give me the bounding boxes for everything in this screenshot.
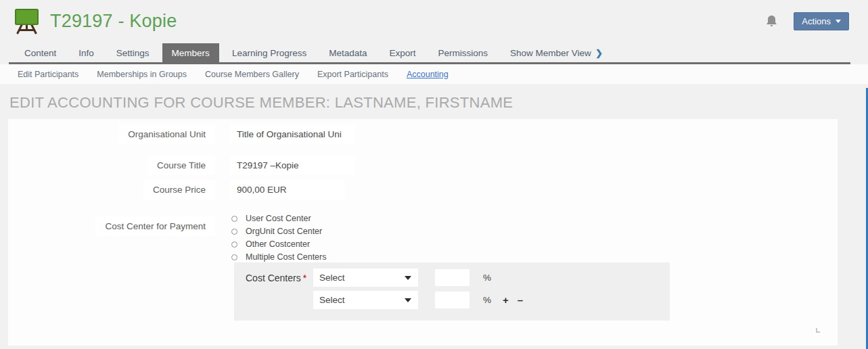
tab-show-member-view-label: Show Member View bbox=[510, 48, 591, 58]
percent-input-1[interactable] bbox=[435, 269, 470, 286]
caret-down-icon bbox=[405, 276, 411, 280]
percent-sign: % bbox=[483, 273, 491, 283]
add-cost-center-button[interactable]: + bbox=[503, 294, 509, 306]
members-subtabbar: Edit Participants Memberships in Groups … bbox=[0, 64, 868, 84]
select-value: Select bbox=[319, 295, 345, 305]
actions-button-label: Actions bbox=[802, 16, 831, 26]
tab-learning-progress[interactable]: Learning Progress bbox=[223, 43, 316, 62]
radio-orgunit-cost-center[interactable]: OrgUnit Cost Center bbox=[230, 227, 327, 236]
notification-bell-icon[interactable] bbox=[766, 15, 777, 28]
organisational-unit-value: Title of Organisational Uni bbox=[230, 124, 355, 144]
radio-multiple-cost-centers[interactable]: Multiple Cost Centers bbox=[230, 252, 327, 262]
tab-metadata[interactable]: Metadata bbox=[319, 43, 376, 62]
tab-export[interactable]: Export bbox=[380, 43, 426, 62]
subtab-accounting[interactable]: Accounting bbox=[407, 70, 449, 79]
radio-user-cost-center[interactable]: User Cost Center bbox=[230, 214, 327, 223]
caret-down-icon bbox=[836, 20, 841, 23]
cost-centers-label: Cost Centers bbox=[246, 273, 301, 283]
subtab-edit-participants[interactable]: Edit Participants bbox=[18, 70, 78, 79]
required-asterisk: * bbox=[303, 273, 306, 283]
radio-label: Multiple Cost Centers bbox=[246, 252, 327, 262]
radio-circle-icon bbox=[231, 254, 237, 260]
radio-label: OrgUnit Cost Center bbox=[246, 227, 322, 236]
page-heading: EDIT ACCOUNTING FOR COURSE MEMBER: LASTN… bbox=[9, 94, 513, 112]
radio-label: User Cost Center bbox=[246, 214, 311, 223]
tab-info[interactable]: Info bbox=[69, 43, 104, 62]
corner-artifact-mark bbox=[816, 328, 820, 333]
tab-show-member-view[interactable]: Show Member View❯ bbox=[501, 43, 612, 62]
organisational-unit-label: Organisational Unit bbox=[118, 124, 215, 144]
cost-center-row-2: Select % + – bbox=[234, 291, 670, 309]
form-row-cost-center: Cost Center for Payment User Cost Center… bbox=[8, 212, 327, 265]
tab-permissions[interactable]: Permissions bbox=[429, 43, 498, 62]
main-tabbar: Content Info Settings Members Learning P… bbox=[0, 42, 868, 64]
page-header: T29197 - Kopie Actions bbox=[0, 0, 868, 42]
cost-center-select-1[interactable]: Select bbox=[313, 269, 418, 287]
course-price-value: 900,00 EUR bbox=[230, 180, 345, 200]
accounting-form: Organisational Unit Title of Organisatio… bbox=[8, 119, 838, 346]
header-actions: Actions bbox=[766, 12, 849, 30]
tab-members[interactable]: Members bbox=[162, 43, 219, 62]
cost-centers-panel: Cost Centers* Select % Select % + – bbox=[234, 262, 670, 321]
cost-center-row-1: Cost Centers* Select % bbox=[234, 269, 670, 287]
tab-content[interactable]: Content bbox=[15, 43, 66, 62]
course-title-value: T29197 –Kopie bbox=[230, 156, 355, 175]
radio-circle-icon bbox=[231, 216, 237, 222]
radio-circle-icon bbox=[231, 229, 237, 235]
cost-center-radio-group: User Cost Center OrgUnit Cost Center Oth… bbox=[230, 212, 327, 265]
caret-down-icon bbox=[405, 298, 411, 302]
subtab-export-participants[interactable]: Export Participants bbox=[317, 70, 388, 79]
form-row-course-title: Course Title T29197 –Kopie bbox=[8, 156, 355, 175]
cost-center-for-payment-label: Cost Center for Payment bbox=[95, 216, 215, 236]
percent-sign: % bbox=[483, 295, 491, 305]
radio-circle-icon bbox=[231, 241, 237, 248]
subtab-memberships-in-groups[interactable]: Memberships in Groups bbox=[97, 70, 187, 79]
subtab-course-members-gallery[interactable]: Course Members Gallery bbox=[205, 70, 299, 79]
course-blackboard-icon bbox=[14, 7, 41, 36]
select-value: Select bbox=[319, 273, 345, 283]
percent-input-2[interactable] bbox=[435, 292, 470, 308]
form-row-organisational-unit: Organisational Unit Title of Organisatio… bbox=[8, 124, 355, 144]
course-title-label: Course Title bbox=[147, 156, 215, 175]
tab-settings[interactable]: Settings bbox=[107, 43, 159, 62]
course-price-label: Course Price bbox=[143, 180, 215, 200]
chevron-right-icon: ❯ bbox=[595, 48, 603, 58]
page-title-header: T29197 - Kopie bbox=[50, 11, 177, 32]
actions-button[interactable]: Actions bbox=[794, 12, 849, 30]
radio-other-costcenter[interactable]: Other Costcenter bbox=[230, 239, 327, 249]
cost-center-select-2[interactable]: Select bbox=[313, 291, 418, 309]
remove-cost-center-button[interactable]: – bbox=[518, 294, 523, 306]
form-row-course-price: Course Price 900,00 EUR bbox=[8, 180, 345, 200]
radio-label: Other Costcenter bbox=[246, 239, 310, 249]
